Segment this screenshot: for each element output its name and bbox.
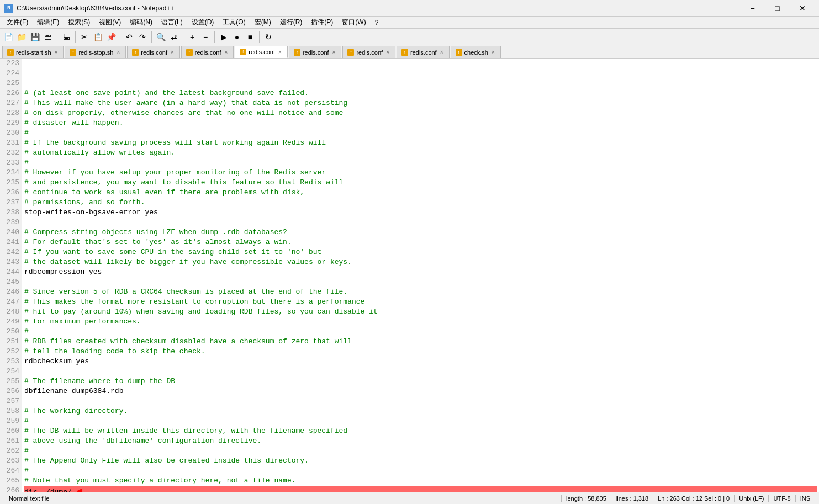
replace-button[interactable]: ⇄ (168, 31, 180, 43)
status-bar: Normal text file length : 58,805 lines :… (0, 492, 819, 504)
line-number: 223 (0, 59, 19, 68)
menu-item[interactable]: 窗口(W) (337, 17, 370, 29)
tab-icon: f (240, 49, 246, 55)
macro-record-button[interactable]: ● (231, 31, 243, 43)
tab-tab5[interactable]: fredis.conf× (235, 46, 288, 58)
tab-close-button[interactable]: × (224, 49, 229, 55)
menu-item[interactable]: 语言(L) (157, 17, 187, 29)
line-number: 247 (0, 297, 19, 307)
tab-tab7[interactable]: fredis.conf× (342, 46, 395, 58)
code-line (24, 277, 817, 287)
tab-label: redis.conf (410, 49, 437, 56)
code-line: # The Append Only File will also be crea… (24, 456, 817, 466)
zoom-out-button[interactable]: − (199, 31, 212, 43)
tab-close-button[interactable]: × (54, 49, 59, 55)
line-number: 240 (0, 227, 19, 237)
menu-item[interactable]: 宏(M) (250, 17, 276, 29)
code-line: # For default that's set to 'yes' as it'… (24, 237, 817, 247)
tab-close-button[interactable]: × (385, 49, 390, 55)
undo-button[interactable]: ↶ (123, 31, 135, 43)
tab-close-button[interactable]: × (115, 49, 121, 55)
tabs-bar: fredis-start.sh×fredis-stop.sh×fredis.co… (0, 45, 819, 59)
tab-label: redis.conf (356, 49, 383, 56)
code-line: rdbcompression yes (24, 267, 817, 277)
code-content[interactable]: # (at least one save point) and the late… (22, 59, 819, 492)
line-number: 233 (0, 158, 19, 168)
tab-tab1[interactable]: fredis-start.sh× (2, 46, 64, 58)
menu-item[interactable]: 文件(F) (2, 17, 33, 29)
code-line: # automatically allow writes again. (24, 148, 817, 158)
line-number: 265 (0, 476, 19, 486)
code-line: # Note that you must specify a directory… (24, 476, 817, 486)
menu-item[interactable]: 设置(D) (187, 17, 219, 29)
code-line: # disaster will happen. (24, 118, 817, 128)
copy-button[interactable]: 📋 (92, 31, 104, 43)
maximize-button[interactable]: □ (765, 0, 790, 17)
tab-close-button[interactable]: × (170, 49, 175, 55)
line-number: 228 (0, 108, 19, 118)
print-button[interactable]: 🖶 (60, 31, 72, 43)
menu-item[interactable]: 运行(R) (276, 17, 307, 29)
line-number: 236 (0, 188, 19, 198)
menu-bar: 文件(F)编辑(E)搜索(S)视图(V)编码(N)语言(L)设置(D)工具(O)… (0, 17, 819, 29)
tab-tab2[interactable]: fredis-stop.sh× (65, 46, 126, 58)
new-button[interactable]: 📄 (2, 31, 14, 43)
tab-close-button[interactable]: × (439, 49, 445, 55)
tab-tab3[interactable]: fredis.conf× (127, 46, 180, 58)
save-button[interactable]: 💾 (29, 31, 41, 43)
status-lines: lines : 1,318 (611, 495, 653, 502)
paste-button[interactable]: 📌 (105, 31, 117, 43)
status-file-type: Normal text file (4, 492, 54, 504)
close-button[interactable]: ✕ (790, 0, 815, 17)
tab-icon: f (186, 49, 193, 56)
line-number: 249 (0, 317, 19, 327)
title-bar-left: N C:\Users\admin\Desktop\6384\redis.conf… (4, 4, 174, 13)
status-ins: INS (795, 495, 815, 502)
redo-button[interactable]: ↷ (136, 31, 149, 43)
tab-close-button[interactable]: × (490, 49, 496, 55)
save-all-button[interactable]: 🗃 (42, 31, 54, 43)
toolbar-sep1 (57, 31, 57, 43)
line-number: 248 (0, 307, 19, 317)
line-number: 254 (0, 367, 19, 376)
toolbar-sep4 (151, 31, 152, 43)
line-number: 246 (0, 287, 19, 297)
line-number: 239 (0, 217, 19, 227)
tab-tab8[interactable]: fredis.conf× (397, 46, 450, 58)
code-line: rdbchecksum yes (24, 357, 817, 367)
cut-button[interactable]: ✂ (78, 31, 91, 43)
line-number: 262 (0, 446, 19, 456)
tab-icon: f (294, 49, 300, 56)
menu-item[interactable]: 编辑(E) (33, 17, 64, 29)
macro-button[interactable]: ▶ (218, 31, 230, 43)
menu-item[interactable]: 插件(P) (307, 17, 337, 29)
sync-button[interactable]: ↻ (262, 31, 274, 43)
tab-close-button[interactable]: × (331, 49, 337, 55)
line-number: 261 (0, 436, 19, 446)
line-numbers: 2232242252262272282292302312322332342352… (0, 59, 22, 492)
menu-item[interactable]: 搜索(S) (64, 17, 94, 29)
open-button[interactable]: 📁 (15, 31, 28, 43)
tab-tab9[interactable]: fcheck.sh× (451, 46, 501, 58)
status-length: length : 58,805 (561, 495, 611, 502)
menu-item[interactable]: 工具(O) (218, 17, 250, 29)
toolbar-sep6 (214, 31, 215, 43)
tab-tab6[interactable]: fredis.conf× (289, 46, 342, 58)
code-line: dbfilename dump6384.rdb (24, 386, 817, 396)
menu-item[interactable]: ? (371, 17, 383, 29)
menu-item[interactable]: 编码(N) (125, 17, 157, 29)
tab-tab4[interactable]: fredis.conf× (181, 46, 234, 58)
find-button[interactable]: 🔍 (155, 31, 167, 43)
tab-close-button[interactable]: × (277, 49, 283, 55)
menu-item[interactable]: 视图(V) (94, 17, 125, 29)
macro-stop-button[interactable]: ■ (244, 31, 256, 43)
line-number: 224 (0, 68, 19, 78)
zoom-in-button[interactable]: + (186, 31, 198, 43)
code-line: # (24, 128, 817, 138)
code-line: # (24, 446, 817, 456)
code-line: # (24, 327, 817, 337)
tab-label: redis-start.sh (16, 49, 51, 56)
app-icon: N (4, 4, 13, 13)
code-line: # RDB files created with checksum disabl… (24, 337, 817, 347)
minimize-button[interactable]: − (740, 0, 765, 17)
